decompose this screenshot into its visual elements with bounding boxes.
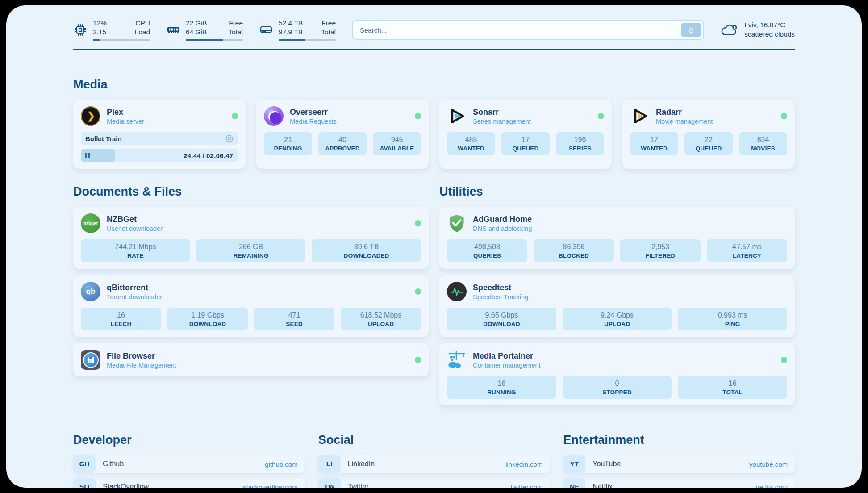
status-online-dot (232, 113, 238, 119)
stat-remaining: 266 GB REMAINING (196, 239, 306, 262)
link-netflix[interactable]: NF Netflix netflix.com (563, 478, 795, 488)
system-stats: 12%3.15 CPULoad (73, 19, 336, 41)
link-url: stackoverflow.com (243, 483, 298, 488)
entertainment-section: Entertainment YT YouTube youtube.com NF … (563, 433, 795, 488)
link-twitter[interactable]: TW Twitter twitter.com (318, 478, 550, 488)
app-subtitle: Torrent downloader (107, 293, 162, 301)
app-subtitle: Media File Management (107, 362, 176, 369)
playback-progress-bar: 24:44 / 02:06:47 (81, 149, 238, 162)
disk-values: 52.4 TB97.9 TB (279, 19, 303, 37)
dashboard: 12%3.15 CPULoad (6, 5, 862, 488)
link-youtube[interactable]: YT YouTube youtube.com (563, 455, 795, 473)
status-online-dot (781, 357, 787, 363)
ram-icon (166, 23, 180, 37)
link-tag: YT (563, 455, 585, 473)
app-title: AdGuard Home (473, 215, 532, 224)
link-url: twitter.com (511, 483, 543, 488)
hard-drive-icon (259, 23, 273, 37)
stat-series: 196 SERIES (556, 132, 604, 155)
stat-filtered: 2,953 FILTERED (620, 239, 701, 262)
link-tag: SO (73, 478, 96, 488)
link-name: Netflix (593, 483, 612, 488)
link-tag: LI (318, 455, 341, 473)
stat-downloaded: 39.6 TB DOWNLOADED (312, 239, 421, 262)
app-title: Speedtest (473, 283, 528, 292)
link-linkedin[interactable]: LI LinkedIn linkedin.com (318, 455, 550, 473)
plex-icon: ❯ (81, 106, 100, 126)
stat-rate: 744.21 Mbps RATE (81, 239, 190, 262)
app-subtitle: Container management (473, 362, 541, 369)
app-card-radarr[interactable]: Radarr Movie management 17 WANTED 22 QUE… (622, 100, 795, 169)
link-name: StackOverflow (103, 483, 149, 488)
app-card-sonarr[interactable]: Sonarr Series management 485 WANTED 17 Q… (439, 100, 612, 169)
overseerr-icon (264, 106, 284, 126)
section-header-utilities: Utilities (439, 185, 795, 199)
link-name: LinkedIn (348, 460, 375, 468)
section-header-entertainment: Entertainment (563, 433, 795, 447)
stat-latency: 47.57 ms LATENCY (707, 239, 787, 262)
app-subtitle: Media server (107, 118, 144, 125)
cpu-values: 12%3.15 (93, 19, 107, 37)
stat-movies: 834 MOVIES (739, 132, 787, 155)
app-card-nzbget[interactable]: nzbget NZBGet Usenet downloader 744.21 M… (73, 207, 429, 269)
adguard-shield-icon (447, 213, 467, 233)
nzbget-icon: nzbget (81, 213, 100, 233)
cpu-stat: 12%3.15 CPULoad (73, 19, 150, 41)
app-card-plex[interactable]: ❯ Plex Media server Bullet Train 24:44 /… (73, 100, 246, 169)
section-header-social: Social (318, 433, 550, 447)
link-tag: TW (318, 478, 341, 488)
app-card-filebrowser[interactable]: File Browser Media File Management (73, 343, 429, 376)
ram-stat: 22 GiB64 GiB FreeTotal (166, 19, 243, 41)
app-title: Radarr (656, 108, 713, 117)
app-title: qBittorrent (107, 283, 162, 292)
stat-approved: 40 APPROVED (318, 132, 367, 155)
app-card-speedtest[interactable]: Speedtest Speedtest Tracking 9.65 Gbps D… (439, 275, 795, 337)
cpu-chip-icon (73, 23, 88, 37)
app-title: Plex (107, 108, 144, 117)
documents-column: Documents & Files nzbget NZBGet Usenet d… (73, 185, 429, 383)
utilities-column: Utilities AdGuard Home (439, 185, 795, 412)
disk-progress-bar (279, 39, 336, 41)
stat-seed: 471 SEED (254, 308, 334, 330)
stat-blocked: 86,396 BLOCKED (534, 239, 614, 262)
app-card-adguard[interactable]: AdGuard Home DNS and adblocking 498,508 … (439, 207, 795, 269)
ram-values: 22 GiB64 GiB (186, 19, 207, 37)
google-search-button[interactable]: G (681, 23, 701, 37)
radarr-icon (630, 106, 650, 126)
stat-wanted: 485 WANTED (447, 132, 495, 155)
stat-upload: 9.24 Gbps UPLOAD (563, 308, 672, 330)
stat-running: 16 RUNNING (447, 376, 556, 399)
now-playing-title: Bullet Train (85, 135, 122, 142)
section-header-developer: Developer (73, 433, 305, 447)
cloud-icon (720, 22, 739, 38)
portainer-crane-icon (447, 350, 467, 370)
link-name: YouTube (593, 460, 621, 468)
search-bar: G (352, 20, 704, 40)
status-online-dot (415, 357, 421, 363)
speedtest-pulse-icon (447, 282, 467, 301)
ram-labels: FreeTotal (228, 19, 243, 37)
link-url: youtube.com (749, 460, 788, 468)
weather-location: Lviv, 16.87°C (744, 21, 795, 30)
link-stackoverflow[interactable]: SO StackOverflow stackoverflow.com (73, 478, 305, 488)
app-subtitle: Media Requests (290, 118, 337, 125)
disk-stat: 52.4 TB97.9 TB FreeTotal (259, 19, 336, 41)
disk-labels: FreeTotal (321, 19, 336, 37)
pause-icon (85, 153, 90, 158)
search-input[interactable] (359, 26, 681, 34)
stat-wanted: 17 WANTED (630, 132, 678, 155)
cpu-labels: CPULoad (135, 19, 150, 37)
app-title: File Browser (107, 351, 176, 361)
link-url: github.com (265, 460, 297, 468)
status-online-dot (781, 113, 787, 119)
app-subtitle: Series management (473, 118, 531, 125)
link-github[interactable]: GH Github github.com (73, 455, 305, 473)
app-card-portainer[interactable]: Media Portainer Container management 16 … (439, 343, 795, 405)
playback-time: 24:44 / 02:06:47 (184, 152, 238, 159)
app-card-overseerr[interactable]: Overseerr Media Requests 21 PENDING 40 A… (256, 100, 429, 169)
link-url: linkedin.com (505, 460, 542, 468)
app-title: Sonarr (473, 108, 531, 117)
app-card-qbittorrent[interactable]: qb qBittorrent Torrent downloader 16 LEE… (73, 275, 429, 337)
qbittorrent-icon: qb (81, 282, 100, 301)
stat-upload: 618.52 Mbps UPLOAD (341, 308, 421, 330)
